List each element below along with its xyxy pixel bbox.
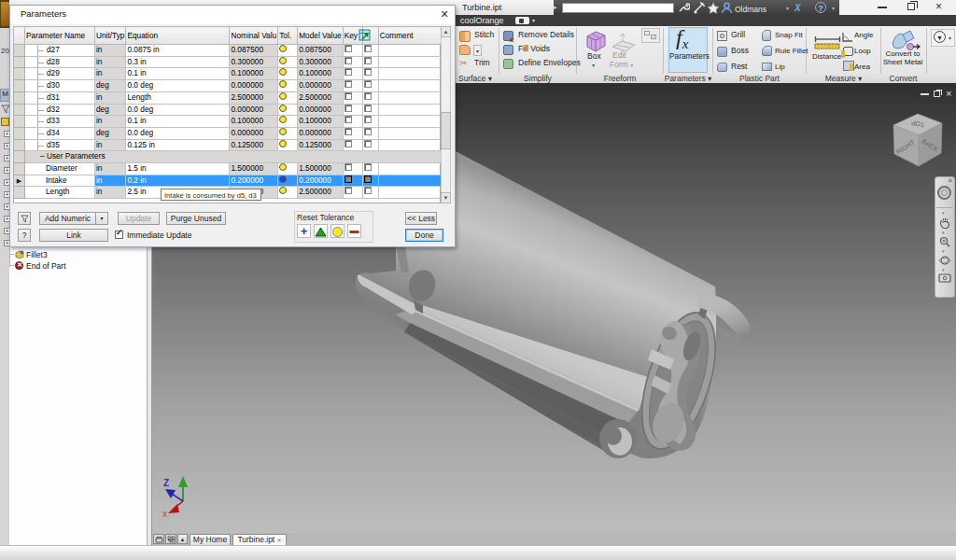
svg-text:x: x bbox=[162, 509, 167, 518]
svg-text:Z: Z bbox=[163, 478, 169, 488]
